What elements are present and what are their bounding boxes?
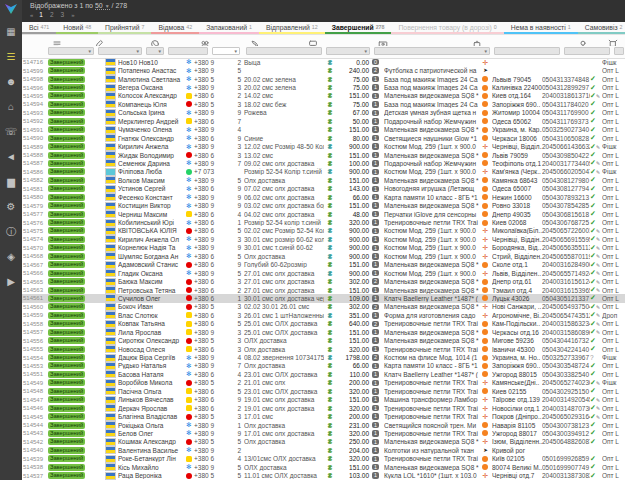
table-row[interactable]: 514716ЗавершенийНов10 Нов10✻+380 92Выца₴… [22,58,625,66]
table-row[interactable]: 514557ЗавершенийЛила Ярослав+380 9325.01… [22,328,625,336]
table-row[interactable]: 514567ЗавершенийАдамовский Станис+380 69… [22,261,625,269]
client-phone[interactable]: ✻+380 9 [186,67,230,74]
table-row[interactable]: 514545ЗавершенийБлагінна Владіслав+380 5… [22,412,625,420]
sidebar-item-video[interactable]: ▶ [0,269,22,294]
sidebar-item-calls[interactable]: ☏ [0,119,22,144]
table-row[interactable]: 514556ЗавершенийСиротюк Олександр+380 53… [22,336,625,344]
page-button-2[interactable]: 2 [50,11,54,18]
table-row[interactable]: 514554ЗавершенийДацюк Віра Сергіїв✻+380 … [22,353,625,361]
table-row[interactable]: 514568ЗавершенийШумляс Богдана Ан✻+380 6… [22,252,625,260]
client-phone[interactable]: +380 6 [186,388,230,395]
client-phone[interactable]: ✻+380 9 [186,464,230,471]
table-row[interactable]: 514560ЗавершенийБокоч Иван+380 5302.02 3… [22,303,625,311]
client-phone[interactable]: +7 073 [186,168,230,175]
app-logo[interactable] [4,3,18,15]
tab-новий[interactable]: Новий48 [56,22,98,34]
name-filter[interactable] [168,47,208,55]
table-row[interactable]: 514559ЗавершенийВлас Слотюк+380 6326.01 … [22,311,625,319]
sidebar-item-bank[interactable]: ⌂ [0,94,22,119]
client-phone[interactable]: ✻+380 9 [186,354,230,361]
client-phone[interactable]: +380 6 [186,295,230,302]
table-row[interactable]: 514540ЗавершенийВалентина Василье✻+380 9… [22,446,625,454]
tab-відмова[interactable]: Відмова42 [151,22,199,34]
sidebar-item-marketing[interactable]: ◄ [0,144,22,169]
client-phone[interactable]: +380 9 [186,329,230,336]
client-phone[interactable]: +380 6 [186,405,230,412]
tab-самовивіз[interactable]: Самовивіз2 [578,22,625,34]
tab-відправлений[interactable]: Відправлений12 [259,22,325,34]
client-phone[interactable]: +380 6 [186,312,230,319]
client-phone[interactable]: ✻+380 9 [186,362,230,369]
client-phone[interactable]: ✻+380 9 [186,84,230,91]
client-phone[interactable]: +380 6 [186,396,230,403]
client-phone[interactable]: ✻+380 9 [186,160,230,167]
comment-filter[interactable] [246,47,322,55]
client-phone[interactable]: ✻+380 9 [186,202,230,209]
product-filter[interactable]: ▼ [374,47,490,55]
table-row[interactable]: 514561ЗавершенийСучилов Олег+380 6130.01… [22,294,625,302]
table-row[interactable]: 514565ЗавершенийБаюка Максим+380 6327.01… [22,277,625,285]
sidebar-item-security[interactable]: ◈ [0,244,22,269]
client-phone[interactable]: +380 5 [186,337,230,344]
table-row[interactable]: 514570ЗавершенийКорнелюк Надія Та✻+380 9… [22,244,625,252]
client-phone[interactable]: ✻+380 9 [186,194,230,201]
sidebar-item-stats[interactable]: ▆ [0,169,22,194]
page-button-1[interactable]: 1 [39,11,43,18]
sidebar-item-dashboard[interactable]: ▦ [0,19,22,44]
client-phone[interactable]: ✻+380 9 [186,447,230,454]
table-row[interactable]: 514547ЗавершенийЛиньков Вячеслав+380 691… [22,396,625,404]
table-row[interactable]: 514581ЗавершенийУстинов Сергей✻+380 6907… [22,185,625,193]
client-phone[interactable]: ✻+380 9 [186,109,230,116]
table-row[interactable]: 514539ЗавершенийРоке-Бетанкурт Лін+380 6… [22,455,625,463]
phone-filter-input[interactable]: ▼ [212,47,240,55]
table-row[interactable]: 514589ЗавершенийКирилич Анжела✻+380 9312… [22,142,625,150]
table-row[interactable]: 514555ЗавершенийНовосад Олеся+380 63Олх … [22,345,625,353]
table-row[interactable]: 514577ЗавершенийЧерниш Максим+380 6404.0… [22,210,625,218]
client-phone[interactable]: +380 5 [186,303,230,310]
table-row[interactable]: 514538ЗавершенийКісь Михайло✻+380 95ОЛХ … [22,463,625,471]
client-phone[interactable]: ✻+380 9 [186,126,230,133]
status-filter[interactable]: ▼ [48,47,94,55]
flag-filter[interactable]: ▼ [146,47,164,55]
sidebar-item-info[interactable]: ⓘ [0,219,22,244]
table-row[interactable]: 514588ЗавершенийЖидак Володимир+380 6313… [22,151,625,159]
city-filter[interactable] [494,47,560,55]
table-row[interactable]: 514563ЗавершенийПетровська Тетяна+380 62… [22,286,625,294]
client-phone[interactable]: ✻+380 9 [186,143,230,150]
client-phone[interactable]: +380 5 [186,413,230,420]
client-phone[interactable]: ✻+380 6 [186,185,230,192]
tab-всі[interactable]: Всі471 [22,22,56,34]
tab-прийнятий[interactable]: Прийнятий7 [98,22,151,34]
table-row[interactable]: 514579ЗавершенийКостищин Виктор✻+380 990… [22,201,625,209]
client-phone[interactable]: ✻+380 9 [186,177,230,184]
table-row[interactable]: 514566ЗавершенийГладик Оксана✻+380 9527.… [22,269,625,277]
sidebar-item-clients[interactable]: ☻ [0,69,22,94]
page-button-3[interactable]: 3 [61,11,65,18]
client-phone[interactable]: +380 6 [186,227,230,234]
client-phone[interactable]: ✻+380 9 [186,236,230,243]
table-row[interactable]: 514551ЗавершенийБасова Наталя✻+380 6423.… [22,370,625,378]
table-row[interactable]: 514574ЗавершенийКирилич Анжела Ол✻+380 9… [22,235,625,243]
client-phone[interactable]: +380 5 [186,379,230,386]
table-row[interactable]: 514594ЗавершенийКомпанець Юля+380 5318.0… [22,100,625,108]
client-phone[interactable]: ✻+380 9 [186,244,230,251]
table-row[interactable]: 514596ЗавершенийВегера Оксана✻+380 9320.… [22,83,625,91]
tab-нема-в-наявності[interactable]: Нема в наявності1 [504,22,578,34]
table-row[interactable]: 514549ЗавершенийВоробйов Микола+380 5221… [22,379,625,387]
client-phone[interactable]: ✻+380 6 [186,219,230,226]
table-row[interactable]: 514586ЗавершенийФіліпова Люба+7 073Розмі… [22,168,625,176]
table-row[interactable]: 514548ЗавершенийПасічна Ольга+380 6523.0… [22,387,625,395]
payment-filter[interactable]: ▼ [326,47,370,55]
table-row[interactable]: 514592ЗавершенийМерклингер Андрей+380 67… [22,117,625,125]
client-phone[interactable]: ✻+380 9 [186,270,230,277]
source-filter[interactable] [614,47,624,55]
client-phone[interactable]: +380 5 [186,472,230,479]
client-phone[interactable]: +380 6 [186,261,230,268]
country-filter[interactable]: ▼ [98,47,142,55]
per-page-dropdown[interactable]: 50 ▼ [95,2,110,10]
table-row[interactable]: 514575ЗавершенийКВІТОВСЬКА ЮЛІЯ+380 6502… [22,227,625,235]
table-row[interactable]: 514542ЗавершенийКошмак Александр+380 55О… [22,438,625,446]
client-phone[interactable]: +380 6 [186,346,230,353]
tab-запакований[interactable]: Запакований1 [199,22,259,34]
client-phone[interactable]: +380 5 [186,101,230,108]
